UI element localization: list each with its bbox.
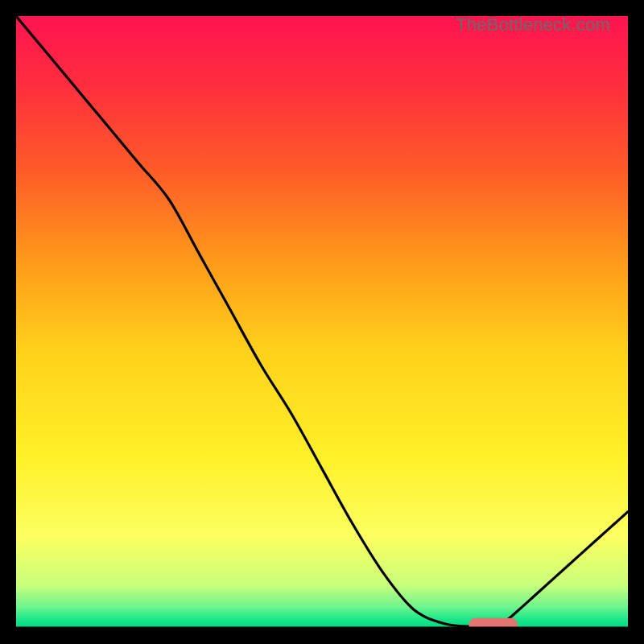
chart-root: TheBottleneck.com	[16, 16, 628, 628]
optimum-marker	[469, 618, 518, 628]
watermark-text: TheBottleneck.com	[456, 14, 610, 35]
gradient-background	[16, 16, 628, 628]
chart-canvas	[16, 16, 628, 628]
